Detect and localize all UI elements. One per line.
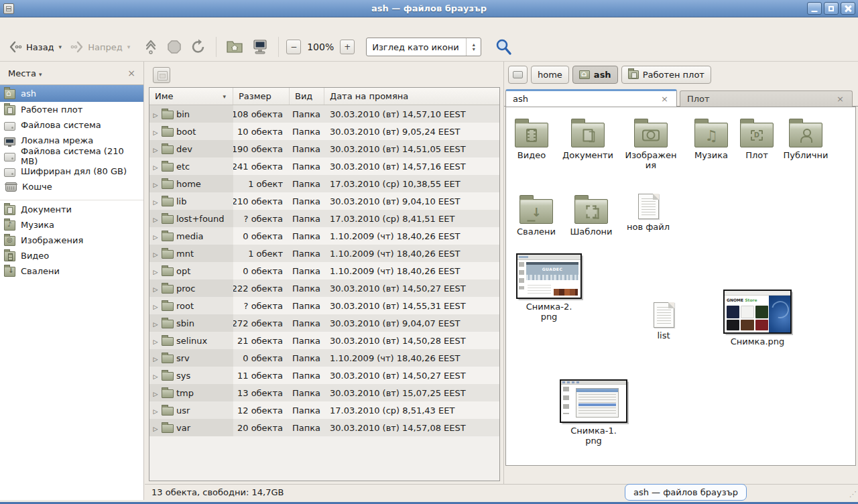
folder-item[interactable]: Документи xyxy=(564,117,612,161)
view-mode-select[interactable]: Изглед като икони xyxy=(366,38,481,56)
file-row[interactable]: dev 190 обекта Папка 30.03.2010 (вт) 14,… xyxy=(149,140,499,158)
tab-close-icon[interactable] xyxy=(835,94,845,104)
sidebar-close-icon[interactable] xyxy=(125,68,138,78)
file-item-list[interactable]: list xyxy=(639,298,688,341)
expander-icon[interactable] xyxy=(152,318,159,328)
menu-item[interactable] xyxy=(60,24,71,27)
sidebar-item[interactable]: ash xyxy=(0,85,143,102)
places-selector[interactable]: Места xyxy=(5,66,44,80)
sidebar-item[interactable]: Видео xyxy=(0,248,143,263)
file-row[interactable]: mnt 1 обект Папка 1.10.2009 (чт) 18,40,2… xyxy=(149,245,499,262)
menu-item[interactable] xyxy=(7,24,17,27)
minimize-button[interactable] xyxy=(807,2,822,15)
file-row[interactable]: bin 108 обекта Папка 30.03.2010 (вт) 14,… xyxy=(149,105,499,123)
image-item-snimka[interactable]: GNOME Store Снимка.png xyxy=(723,290,792,347)
folder-item[interactable]: Свалени xyxy=(512,193,560,237)
expander-icon[interactable] xyxy=(152,423,159,433)
menu-item[interactable] xyxy=(74,24,84,27)
expander-icon[interactable] xyxy=(152,127,159,137)
sidebar-item[interactable]: Документи xyxy=(0,202,143,217)
image-item-snimka1[interactable]: Снимка-1. png xyxy=(560,379,627,446)
forward-dropdown-icon[interactable]: ▾ xyxy=(127,44,131,50)
expander-icon[interactable] xyxy=(152,196,159,206)
file-row[interactable]: sbin 272 обекта Папка 30.03.2010 (вт) 9,… xyxy=(149,314,499,332)
expander-icon[interactable] xyxy=(152,266,159,276)
expander-icon[interactable] xyxy=(152,109,159,119)
folder-item[interactable]: Музика xyxy=(687,117,735,161)
file-row[interactable]: media 0 обекта Папка 1.10.2009 (чт) 18,4… xyxy=(149,227,499,245)
stop-button[interactable] xyxy=(162,36,186,58)
menu-item[interactable] xyxy=(34,24,44,27)
file-row[interactable]: usr 12 обекта Папка 17.03.2010 (ср) 8,51… xyxy=(149,401,499,419)
sidebar-item[interactable]: Работен плот xyxy=(0,102,143,117)
folder-item[interactable]: Шаблони xyxy=(567,193,615,237)
file-item-new-file[interactable]: нов файл xyxy=(624,189,672,233)
search-button[interactable] xyxy=(491,36,516,58)
expander-icon[interactable] xyxy=(152,162,159,172)
folder-item[interactable]: Плот xyxy=(733,117,781,161)
path-ash-button[interactable]: ash xyxy=(572,66,618,84)
folder-item[interactable]: Видео xyxy=(507,117,556,161)
location-toggle-button[interactable] xyxy=(153,67,170,83)
expander-icon[interactable] xyxy=(152,388,159,398)
file-row[interactable]: boot 10 обекта Папка 30.03.2010 (вт) 9,0… xyxy=(149,123,499,140)
expander-icon[interactable] xyxy=(152,371,159,381)
folder-item[interactable]: Публични xyxy=(782,117,830,161)
column-header-date[interactable]: Дата на промяна xyxy=(324,88,499,105)
back-dropdown-icon[interactable]: ▾ xyxy=(59,44,62,50)
back-button[interactable]: Назад ▾ xyxy=(4,38,66,56)
sidebar-item[interactable]: Свалени xyxy=(0,263,143,279)
sidebar-item[interactable]: Кошче xyxy=(0,179,143,194)
expander-icon[interactable] xyxy=(152,214,159,224)
sidebar-item[interactable]: Изображения xyxy=(0,233,143,248)
sidebar-item[interactable]: Файлова система xyxy=(0,117,143,133)
file-row[interactable]: lost+found ? обекта Папка 17.03.2010 (ср… xyxy=(149,210,499,227)
path-desktop-button[interactable]: Работен плот xyxy=(621,66,711,84)
expander-icon[interactable] xyxy=(152,336,159,346)
path-home-button[interactable]: home xyxy=(531,66,569,84)
file-row[interactable]: root ? обекта Папка 30.03.2010 (вт) 14,5… xyxy=(149,297,499,314)
column-header-size[interactable]: Размер xyxy=(233,88,290,105)
file-row[interactable]: home 1 обект Папка 17.03.2010 (ср) 10,38… xyxy=(149,175,499,192)
zoom-in-button[interactable]: + xyxy=(340,40,355,54)
column-header-name[interactable]: Име xyxy=(149,88,233,105)
file-row[interactable]: etc 241 обекта Папка 30.03.2010 (вт) 14,… xyxy=(149,158,499,175)
file-row[interactable]: var 20 обекта Папка 30.03.2010 (вт) 14,5… xyxy=(149,419,499,436)
home-button[interactable] xyxy=(222,37,247,57)
resize-grip[interactable] xyxy=(849,490,857,499)
expander-icon[interactable] xyxy=(152,405,159,416)
icon-view[interactable]: Видео Документи Изображен ия Музика Плот… xyxy=(505,107,856,466)
expander-icon[interactable] xyxy=(152,301,159,311)
close-button[interactable] xyxy=(841,2,855,15)
column-header-type[interactable]: Вид xyxy=(290,88,324,105)
file-row[interactable]: sys 11 обекта Папка 30.03.2010 (вт) 14,5… xyxy=(149,367,499,384)
image-item-snimka2[interactable]: GUADEC Снимка-2. png xyxy=(516,253,582,322)
file-row[interactable]: selinux 21 обекта Папка 30.03.2010 (вт) … xyxy=(149,332,499,349)
expander-icon[interactable] xyxy=(152,144,159,154)
expander-icon[interactable] xyxy=(152,231,159,241)
sidebar-item[interactable]: Шифриран дял (80 GB) xyxy=(0,164,143,179)
sidebar-item[interactable]: Музика xyxy=(0,217,143,233)
tab-plot[interactable]: Плот xyxy=(680,90,853,107)
forward-button[interactable]: Напред ▾ xyxy=(66,38,134,56)
expander-icon[interactable] xyxy=(152,284,159,294)
file-row[interactable]: tmp 13 обекта Папка 30.03.2010 (вт) 15,0… xyxy=(149,384,499,401)
zoom-out-button[interactable]: − xyxy=(286,40,301,54)
expander-icon[interactable] xyxy=(152,249,159,259)
titlebar[interactable]: ash — файлов браузър xyxy=(0,0,858,17)
maximize-button[interactable] xyxy=(824,2,839,15)
path-root-button[interactable] xyxy=(508,66,528,84)
tab-close-icon[interactable] xyxy=(660,94,670,104)
expander-icon[interactable] xyxy=(152,353,159,363)
expander-icon[interactable] xyxy=(152,179,159,189)
file-row[interactable]: opt 0 обекта Папка 1.10.2009 (чт) 18,40,… xyxy=(149,262,499,279)
reload-button[interactable] xyxy=(186,36,210,58)
file-row[interactable]: lib 210 обекта Папка 30.03.2010 (вт) 9,0… xyxy=(149,192,499,210)
up-button[interactable] xyxy=(139,36,162,58)
folder-item[interactable]: Изображен ия xyxy=(627,117,675,171)
tab-ash[interactable]: ash xyxy=(505,89,677,107)
sidebar-item[interactable]: Файлова система (210 MB) xyxy=(0,148,143,164)
menu-item[interactable] xyxy=(20,24,31,27)
file-row[interactable]: proc 222 обекта Папка 30.03.2010 (вт) 14… xyxy=(149,279,499,297)
menu-item[interactable] xyxy=(47,24,58,27)
